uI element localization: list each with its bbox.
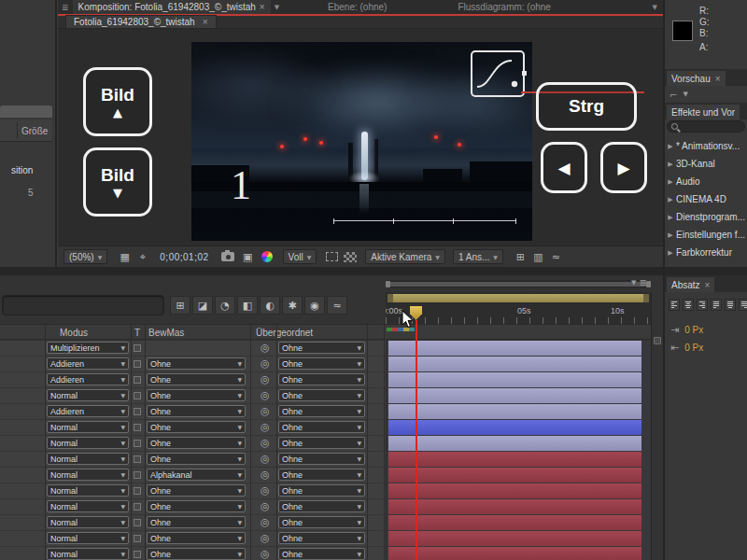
parent-pickwhip-icon[interactable]: ◎ [261,389,270,401]
track-matte-select[interactable]: Ohne▼ [147,373,246,385]
expander-icon[interactable]: ▶ [665,178,676,186]
expander-icon[interactable]: ▶ [665,161,676,168]
parent-select[interactable]: Ohne▼ [278,500,365,512]
layer-duration-bar[interactable] [388,499,641,514]
time-navigator[interactable] [386,280,651,288]
parent-select[interactable]: Ohne▼ [278,484,365,497]
parent-pickwhip-icon[interactable]: ◎ [261,373,270,385]
draft-3d-icon[interactable]: ◪ [192,296,213,315]
camera-view-select[interactable]: Aktive Kamera ▼ [365,249,445,264]
preserve-transparency-toggle[interactable] [134,503,141,511]
effects-tree-item[interactable]: ▶CINEMA 4D [665,190,747,208]
preserve-transparency-toggle[interactable] [134,455,141,463]
parent-pickwhip-icon[interactable]: ◎ [261,357,270,370]
align-right-button[interactable] [697,299,708,311]
parent-select[interactable]: Ohne▼ [278,437,365,449]
parent-pickwhip-icon[interactable]: ◎ [261,342,270,354]
tab-preview[interactable]: Vorschau × [667,71,726,86]
brainstorm-icon[interactable]: ✱ [282,296,303,315]
effects-tree-item[interactable]: ▶Dienstprogram... [665,208,747,226]
parent-pickwhip-icon[interactable]: ◎ [261,548,270,560]
close-icon[interactable]: × [705,280,711,290]
work-area-bar[interactable] [388,294,649,302]
parent-pickwhip-icon[interactable]: ◎ [261,516,270,528]
track-matte-select[interactable]: Ohne▼ [147,405,246,417]
expander-icon[interactable]: ▶ [665,143,676,150]
layer-duration-bar[interactable] [388,372,641,387]
effects-tree-item[interactable]: ▶Farbkorrektur [665,244,747,261]
timeline-panel-menu[interactable]: ▼ ≣ [631,277,647,287]
align-justify-center-button[interactable] [725,299,736,311]
preserve-transparency-toggle[interactable] [134,487,141,495]
indent-first-line-value[interactable]: 0 Px [684,343,703,353]
expander-icon[interactable]: ▶ [665,249,676,257]
blend-mode-select[interactable]: Normal▼ [47,500,129,512]
tab-composition[interactable]: Komposition: Fotolia_61942803_©_twistah … [73,0,271,14]
tab-effects-presets[interactable]: Effekte und Vor [667,105,740,119]
parent-select[interactable]: Ohne▼ [278,389,365,401]
layer-duration-bar[interactable] [388,483,641,498]
preserve-transparency-toggle[interactable] [134,535,141,542]
current-timecode[interactable]: 0;00;01;02 [160,252,208,262]
channel-icon[interactable] [260,250,275,264]
layer-duration-bar[interactable] [388,404,641,419]
close-icon[interactable]: × [260,2,265,12]
preserve-transparency-toggle[interactable] [134,344,141,352]
parent-pickwhip-icon[interactable]: ◎ [261,532,270,544]
blend-mode-select[interactable]: Addieren▼ [47,405,129,417]
close-icon[interactable]: × [203,17,208,27]
parent-pickwhip-icon[interactable]: ◎ [261,421,270,433]
view-layout-select[interactable]: 1 Ans... ▼ [453,249,503,264]
parent-pickwhip-icon[interactable]: ◎ [261,484,270,497]
track-matte-select[interactable]: Ohne▼ [147,389,246,401]
layer-duration-bar[interactable] [388,388,641,403]
align-justify-left-button[interactable] [711,299,722,311]
parent-select[interactable]: Ohne▼ [278,373,365,385]
preserve-transparency-toggle[interactable] [134,519,141,526]
close-icon[interactable]: × [715,74,721,84]
align-left-button[interactable] [669,299,680,311]
preserve-transparency-toggle[interactable] [134,440,141,447]
track-matte-select[interactable]: Ohne▼ [147,437,246,449]
align-center-button[interactable] [683,299,694,311]
chevron-down-icon[interactable]: ▼ [275,4,279,11]
track-matte-select[interactable]: Ohne▼ [147,453,246,465]
track-matte-select[interactable]: Ohne▼ [147,548,246,560]
zoom-select[interactable]: (50%) ▼ [63,249,107,264]
blend-mode-select[interactable]: Normal▼ [47,532,129,544]
track-matte-select[interactable]: Ohne▼ [147,500,246,512]
parent-select[interactable]: Ohne▼ [278,548,365,560]
layer-duration-bar[interactable] [388,468,641,483]
preserve-transparency-toggle[interactable] [134,408,141,415]
preserve-transparency-toggle[interactable] [134,360,141,368]
tab-layer[interactable]: Ebene: (ohne) [322,0,392,14]
frame-blend-icon[interactable]: ◧ [237,296,258,315]
auto-keyframe-icon[interactable]: ◉ [304,296,325,315]
chevron-down-icon[interactable]: ▼ [683,91,687,98]
snapshot-camera-icon[interactable] [220,250,236,264]
indent-left-value[interactable]: 0 Px [684,325,703,335]
layer-duration-bar[interactable] [388,452,641,467]
tab-composition-viewer[interactable]: Fotolia_61942803_©_twistah × [65,15,217,28]
layer-duration-bar[interactable] [388,357,641,371]
effects-search-input[interactable] [667,120,745,133]
expander-icon[interactable]: ▶ [665,214,676,221]
grid-view-icon[interactable]: ⊞ [513,250,529,264]
composition-viewer[interactable]: 1 Bild ▲ Bild ▼ [58,29,663,245]
motion-blur-icon[interactable]: ◐ [260,296,280,315]
parent-pickwhip-icon[interactable]: ◎ [261,500,270,512]
effects-tree-item[interactable]: ▶3D-Kanal [665,155,747,173]
blend-mode-select[interactable]: Normal▼ [47,437,129,449]
parent-select[interactable]: Ohne▼ [278,357,365,370]
parent-select[interactable]: Ohne▼ [278,453,365,465]
timeline-search-field[interactable] [2,295,164,315]
blend-mode-select[interactable]: Multiplizieren▼ [47,342,129,354]
track-matte-select[interactable]: Ohne▼ [147,532,246,544]
layer-duration-bar[interactable] [388,515,641,530]
parent-pickwhip-icon[interactable]: ◎ [261,437,270,449]
layer-duration-bar[interactable] [388,420,641,435]
track-matte-select[interactable]: Ohne▼ [147,484,246,497]
expander-icon[interactable]: ▶ [665,196,676,203]
expander-icon[interactable]: ▶ [665,231,676,239]
parent-pickwhip-icon[interactable]: ◎ [261,469,270,481]
